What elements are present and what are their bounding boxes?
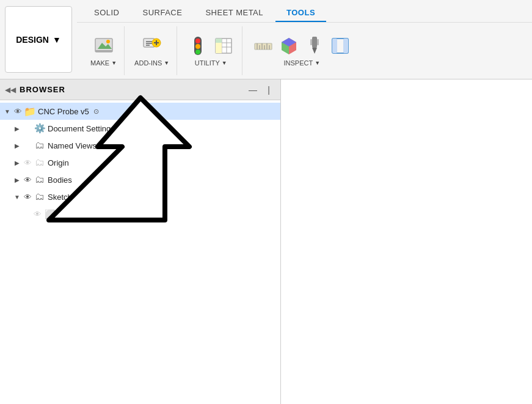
tree-label-document-settings: Document Settings [48, 124, 115, 133]
browser-header: ◀◀ BROWSER — | [0, 79, 280, 100]
svg-rect-20 [216, 39, 222, 43]
svg-point-2 [106, 40, 110, 43]
svg-rect-33 [312, 37, 317, 48]
addins-label[interactable]: ADD-INS ▼ [134, 59, 169, 67]
tree-folder-bodies: 🗂 [34, 174, 45, 185]
svg-rect-39 [343, 39, 348, 53]
browser-title: BROWSER [20, 85, 242, 94]
inspect-arrow: ▼ [315, 60, 320, 66]
make-icon[interactable] [93, 35, 115, 57]
tree-folder-named-views: 🗂 [34, 140, 45, 151]
tree-label-sketch1: Sketch1 [57, 210, 86, 219]
addins-icon[interactable] [141, 35, 163, 57]
tree-item-sketch1[interactable]: 👁 ⬜ Sketch1 [0, 205, 280, 222]
tree-toggle-document-settings[interactable]: ▶ [12, 123, 22, 133]
svg-rect-38 [332, 39, 337, 53]
inspect-ruler-icon[interactable] [252, 35, 274, 57]
addins-icons [141, 35, 163, 57]
make-group: MAKE ▼ [83, 26, 125, 75]
canvas-area [281, 79, 532, 404]
make-label[interactable]: MAKE ▼ [90, 59, 117, 67]
utility-group: UTILITY ▼ [180, 26, 242, 75]
browser-nav[interactable]: ◀◀ [5, 86, 16, 94]
tree-toggle-named-views[interactable]: ▶ [12, 141, 22, 150]
inspect-drill-icon[interactable] [304, 35, 326, 57]
tree-eye-sketch1[interactable]: 👁 [32, 208, 43, 219]
svg-rect-21 [216, 43, 222, 47]
tree-eye-cnc-probe[interactable]: 👁 [12, 106, 23, 117]
browser-collapse-btn[interactable]: — [246, 83, 260, 97]
svg-marker-34 [312, 48, 317, 54]
make-icons [93, 35, 115, 57]
tree-item-sketches[interactable]: ▼ 👁 🗂 Sketches [0, 188, 280, 205]
tab-solid[interactable]: SOLID [83, 4, 131, 22]
browser-controls: — | [246, 83, 275, 97]
inspect-label[interactable]: INSPECT ▼ [283, 59, 320, 67]
addins-group: ADD-INS ▼ [127, 26, 177, 75]
tree-pin-cnc-probe[interactable]: ⊙ [92, 106, 101, 116]
svg-point-12 [195, 39, 200, 43]
tree-eye-bodies[interactable]: 👁 [22, 174, 33, 185]
tree-eye-sketches[interactable]: 👁 [22, 191, 33, 202]
svg-rect-22 [216, 47, 222, 53]
tree-folder-sketches: 🗂 [34, 191, 45, 202]
design-arrow: ▼ [53, 35, 61, 45]
tree-item-bodies[interactable]: ▶ 👁 🗂 Bodies [0, 171, 280, 188]
tree-label-origin: Origin [48, 158, 69, 167]
utility-label[interactable]: UTILITY ▼ [195, 59, 227, 67]
make-arrow: ▼ [111, 60, 117, 66]
main-area: ◀◀ BROWSER — | ▼ 👁 📁 CNC Probe v5 ⊙ [0, 79, 532, 404]
tab-bar: SOLID SURFACE SHEET METAL TOOLS [77, 0, 532, 22]
svg-point-13 [195, 44, 200, 49]
inspect-3dbox-icon[interactable] [278, 35, 300, 57]
tree-toggle-cnc-probe[interactable]: ▼ [2, 106, 12, 116]
utility-grid-icon[interactable] [213, 35, 235, 57]
tree-folder-cnc-probe: 📁 [24, 106, 35, 117]
utility-icons [187, 35, 235, 57]
design-button[interactable]: DESIGN ▼ [5, 6, 72, 73]
design-label: DESIGN [16, 35, 49, 45]
utility-arrow: ▼ [222, 60, 227, 66]
utility-traffic-icon[interactable] [187, 35, 209, 57]
svg-rect-36 [317, 39, 319, 45]
tree-toggle-sketches[interactable]: ▼ [12, 192, 22, 202]
addins-arrow: ▼ [164, 60, 169, 66]
browser-back[interactable]: ◀◀ [5, 86, 16, 94]
svg-rect-3 [95, 50, 112, 52]
tree-folder-origin: 🗂 [34, 157, 45, 168]
tool-groups: MAKE ▼ [77, 22, 532, 79]
tree-item-document-settings[interactable]: ▶ ⚙️ Document Settings [0, 120, 280, 137]
inspect-group: INSPECT ▼ [245, 26, 359, 75]
inspect-panel-icon[interactable] [329, 35, 351, 57]
tree-item-origin[interactable]: ▶ 👁 🗂 Origin [0, 154, 280, 171]
toolbar: DESIGN ▼ SOLID SURFACE SHEET METAL TOOLS [0, 0, 532, 79]
tree-item-cnc-probe[interactable]: ▼ 👁 📁 CNC Probe v5 ⊙ [0, 103, 280, 120]
tree-label-named-views: Named Views [48, 141, 97, 150]
tree-container: ▼ 👁 📁 CNC Probe v5 ⊙ ▶ ⚙️ Document Setti… [0, 100, 280, 225]
toolbar-sections: SOLID SURFACE SHEET METAL TOOLS [77, 0, 532, 79]
tab-tools[interactable]: TOOLS [275, 4, 326, 22]
tab-sheetmetal[interactable]: SHEET METAL [194, 4, 274, 22]
tree-item-named-views[interactable]: ▶ 🗂 Named Views [0, 137, 280, 154]
svg-rect-35 [310, 39, 312, 45]
tab-surface[interactable]: SURFACE [132, 4, 194, 22]
svg-point-14 [195, 50, 200, 54]
tree-label-cnc-probe: CNC Probe v5 [38, 107, 89, 116]
browser-pin-btn[interactable]: | [262, 83, 275, 97]
inspect-icons [252, 35, 351, 57]
tree-label-bodies: Bodies [48, 175, 72, 185]
tree-gear-document-settings: ⚙️ [34, 123, 45, 134]
tree-sketch-icon: ⬜ [44, 208, 55, 219]
tree-label-sketches: Sketches [48, 193, 80, 202]
tree-toggle-origin[interactable]: ▶ [12, 158, 22, 167]
tree-eye-origin[interactable]: 👁 [22, 157, 33, 168]
tree-toggle-bodies[interactable]: ▶ [12, 175, 22, 185]
browser-panel: ◀◀ BROWSER — | ▼ 👁 📁 CNC Probe v5 ⊙ [0, 79, 281, 404]
